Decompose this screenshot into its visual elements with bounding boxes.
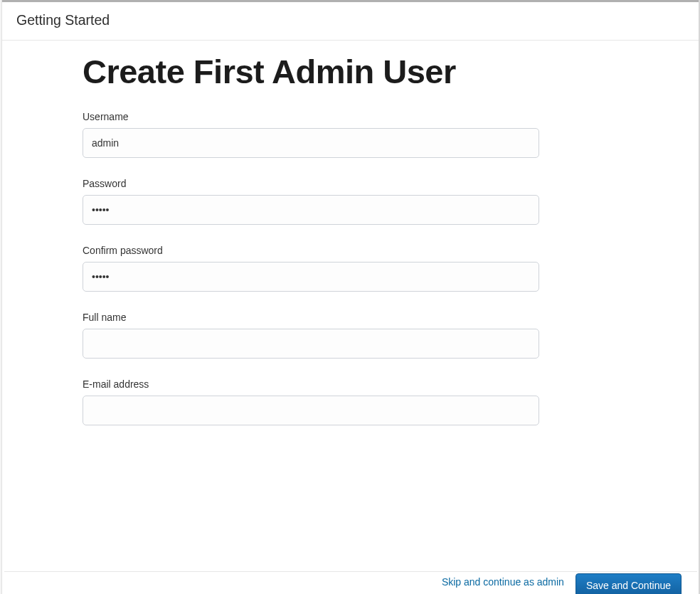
password-group: Password: [83, 178, 539, 225]
save-continue-button[interactable]: Save and Continue: [576, 573, 682, 594]
full-name-label: Full name: [83, 312, 539, 323]
skip-link[interactable]: Skip and continue as admin: [442, 576, 564, 588]
username-label: Username: [83, 111, 539, 122]
confirm-password-input[interactable]: [83, 262, 539, 292]
confirm-password-label: Confirm password: [83, 245, 539, 256]
username-group: Username: [83, 111, 539, 158]
username-input[interactable]: [83, 128, 539, 158]
confirm-password-group: Confirm password: [83, 245, 539, 292]
password-input[interactable]: [83, 195, 539, 225]
dialog-header-title: Getting Started: [16, 12, 684, 28]
page-title: Create First Admin User: [83, 52, 699, 91]
email-group: E-mail address: [83, 378, 539, 425]
dialog-header: Getting Started: [2, 2, 699, 41]
setup-dialog: Getting Started Create First Admin User …: [2, 2, 699, 594]
window-edge-left: [0, 0, 2, 594]
dialog-body: Create First Admin User Username Passwor…: [2, 41, 699, 594]
password-label: Password: [83, 178, 539, 189]
full-name-input[interactable]: [83, 329, 539, 359]
email-input[interactable]: [83, 396, 539, 425]
full-name-group: Full name: [83, 312, 539, 359]
footer-actions: Skip and continue as admin Save and Cont…: [442, 576, 682, 594]
dialog-footer: Skip and continue as admin Save and Cont…: [4, 571, 697, 594]
email-label: E-mail address: [83, 378, 539, 390]
